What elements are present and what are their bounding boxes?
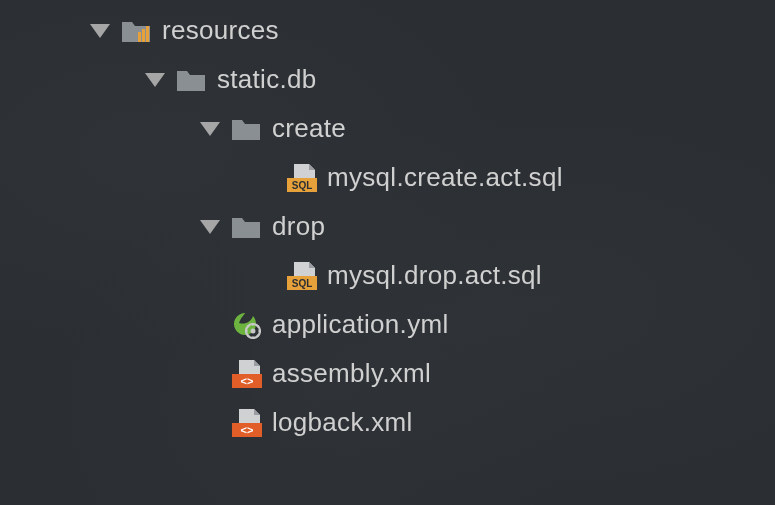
- tree-node-assembly-xml[interactable]: <> assembly.xml: [0, 349, 775, 398]
- svg-point-8: [251, 328, 256, 333]
- svg-text:SQL: SQL: [292, 180, 313, 191]
- chevron-down-icon[interactable]: [90, 24, 110, 38]
- svg-text:<>: <>: [241, 375, 254, 387]
- tree-node-mysql-drop-sql[interactable]: SQL mysql.drop.act.sql: [0, 251, 775, 300]
- tree-node-label: mysql.drop.act.sql: [327, 260, 542, 291]
- tree-node-application-yml[interactable]: application.yml: [0, 300, 775, 349]
- xml-file-icon: <>: [230, 360, 262, 388]
- svg-text:<>: <>: [241, 424, 254, 436]
- svg-line-16: [257, 325, 259, 327]
- sql-file-icon: SQL: [285, 261, 317, 291]
- svg-rect-2: [146, 26, 149, 42]
- spring-config-icon: [230, 311, 262, 339]
- folder-icon: [230, 115, 262, 143]
- tree-node-label: logback.xml: [272, 407, 413, 438]
- svg-line-14: [257, 335, 259, 337]
- tree-node-drop[interactable]: drop: [0, 202, 775, 251]
- tree-node-label: mysql.create.act.sql: [327, 162, 563, 193]
- tree-node-label: create: [272, 113, 346, 144]
- resources-folder-icon: [120, 17, 152, 45]
- chevron-down-icon[interactable]: [145, 73, 165, 87]
- tree-node-label: drop: [272, 211, 325, 242]
- tree-node-mysql-create-sql[interactable]: SQL mysql.create.act.sql: [0, 153, 775, 202]
- svg-line-15: [248, 335, 250, 337]
- chevron-down-icon[interactable]: [200, 220, 220, 234]
- tree-node-label: static.db: [217, 64, 317, 95]
- tree-node-create[interactable]: create: [0, 104, 775, 153]
- tree-node-label: resources: [162, 15, 279, 46]
- folder-icon: [230, 213, 262, 241]
- svg-line-13: [248, 325, 250, 327]
- svg-rect-1: [142, 29, 145, 42]
- folder-icon: [175, 66, 207, 94]
- svg-rect-0: [138, 32, 141, 42]
- tree-node-label: application.yml: [272, 309, 448, 340]
- tree-node-resources[interactable]: resources: [0, 6, 775, 55]
- chevron-down-icon[interactable]: [200, 122, 220, 136]
- tree-node-logback-xml[interactable]: <> logback.xml: [0, 398, 775, 447]
- sql-file-icon: SQL: [285, 163, 317, 193]
- tree-node-label: assembly.xml: [272, 358, 431, 389]
- svg-text:SQL: SQL: [292, 278, 313, 289]
- xml-file-icon: <>: [230, 409, 262, 437]
- tree-node-static-db[interactable]: static.db: [0, 55, 775, 104]
